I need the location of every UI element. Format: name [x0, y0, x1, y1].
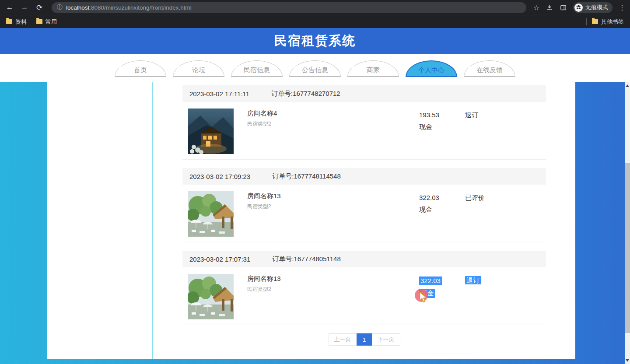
url-path: :8080/minsuzulinxitong/front/index.html — [89, 4, 191, 11]
order-date: 2023-03-02 17:11:11 — [189, 90, 249, 98]
site-header: 民宿租赁系统 — [0, 28, 630, 54]
room-type: 民宿类型2 — [247, 120, 277, 128]
bookmark-star-icon[interactable]: ☆ — [533, 4, 539, 12]
mouse-cursor — [415, 289, 430, 304]
folder-icon — [36, 19, 42, 24]
order-status-link[interactable]: 退订 — [465, 111, 478, 119]
order-card: 2023-03-02 17:09:23 订单号:1677748114548 — [182, 168, 546, 242]
order-body: 房间名称4 民宿类型2 193.53 现金 退订 — [182, 102, 546, 160]
order-header: 2023-03-02 17:11:11 订单号:1677748270712 — [182, 85, 546, 102]
other-bookmarks[interactable]: 其他书签 — [592, 18, 624, 26]
nav-tab-merchant[interactable]: 商家 — [347, 60, 399, 77]
room-photo-night-cabin[interactable] — [188, 108, 234, 154]
reload-icon[interactable]: ⟳ — [34, 2, 45, 13]
order-body: 房间名称13 民宿类型2 322.03 现金 退订 — [182, 267, 546, 325]
bookmarks-bar: 资料 常用 其他书签 — [0, 15, 630, 28]
order-status-link[interactable]: 已评价 — [465, 194, 485, 201]
browser-menu-icon[interactable]: ⋮ — [619, 4, 626, 12]
bookmark-label: 资料 — [15, 18, 27, 26]
back-icon[interactable]: ← — [4, 2, 15, 13]
url-bar[interactable]: ⓘ localhost:8080/minsuzulinxitong/front/… — [52, 2, 526, 13]
other-bookmarks-label: 其他书签 — [601, 18, 624, 26]
order-body: 房间名称13 民宿类型2 322.03 现金 已评价 — [182, 185, 546, 242]
bookmarks-divider — [586, 18, 587, 25]
room-type: 民宿类型2 — [247, 203, 281, 210]
room-photo-garden-pavilion[interactable] — [188, 191, 234, 237]
url-text: localhost:8080/minsuzulinxitong/front/in… — [66, 4, 192, 11]
page-info-icon[interactable]: ⓘ — [57, 4, 63, 11]
order-price: 322.03 — [419, 194, 439, 201]
order-price: 193.53 — [419, 111, 439, 119]
pagination-next[interactable]: 下一页 — [372, 333, 400, 346]
order-date: 2023-03-02 17:07:31 — [189, 256, 250, 263]
decorative-line — [152, 82, 153, 359]
order-status-link[interactable]: 退订 — [465, 276, 481, 284]
bookmark-label: 常用 — [46, 18, 57, 26]
order-card: 2023-03-02 17:11:11 订单号:1677748270712 — [182, 85, 546, 160]
incognito-badge: 无痕模式 — [573, 2, 612, 13]
scrollbar[interactable] — [625, 82, 630, 364]
site-title: 民宿租赁系统 — [274, 32, 356, 50]
nav-tab-home[interactable]: 首页 — [115, 60, 166, 77]
pagination: 上一页 1 下一页 — [182, 333, 546, 346]
room-name[interactable]: 房间名称4 — [247, 109, 277, 118]
order-number: 订单号:1677748270712 — [271, 90, 340, 98]
pay-method: 现金 — [419, 123, 432, 131]
pagination-prev[interactable]: 上一页 — [329, 333, 357, 346]
nav-tabs: 首页 论坛 民宿信息 公告信息 商家 个人中心 在线反馈 — [0, 54, 630, 82]
order-header: 2023-03-02 17:09:23 订单号:1677748114548 — [182, 168, 546, 185]
order-header: 2023-03-02 17:07:31 订单号:1677748051148 — [182, 251, 546, 267]
incognito-label: 无痕模式 — [585, 4, 608, 11]
nav-tab-announcements[interactable]: 公告信息 — [289, 60, 341, 77]
scrollbar-thumb[interactable] — [625, 163, 630, 333]
room-name[interactable]: 房间名称13 — [247, 192, 281, 200]
folder-icon — [6, 19, 12, 24]
bookmark-folder-changyong[interactable]: 常用 — [36, 18, 57, 26]
room-name[interactable]: 房间名称13 — [247, 275, 281, 283]
order-number: 订单号:1677748114548 — [272, 172, 341, 181]
forward-icon[interactable]: → — [19, 2, 30, 13]
bookmark-folder-ziliao[interactable]: 资料 — [6, 18, 27, 26]
scrollbar-up-arrow[interactable] — [626, 84, 629, 87]
cursor-arrow-icon — [419, 291, 428, 303]
order-card: 2023-03-02 17:07:31 订单号:1677748051148 — [182, 251, 546, 325]
content-panel: 2023-03-02 17:11:11 订单号:1677748270712 — [47, 82, 575, 359]
incognito-icon — [574, 4, 583, 12]
scrollbar-down-arrow[interactable] — [626, 359, 629, 362]
page-background: 2023-03-02 17:11:11 订单号:1677748270712 — [0, 82, 630, 364]
nav-tab-homestay-info[interactable]: 民宿信息 — [231, 60, 283, 77]
nav-tab-personal-center[interactable]: 个人中心 — [406, 60, 457, 77]
order-date: 2023-03-02 17:09:23 — [189, 173, 250, 180]
url-host: localhost — [66, 4, 89, 11]
room-type: 民宿类型2 — [247, 286, 281, 293]
download-icon[interactable] — [546, 4, 553, 11]
room-photo-garden-pavilion[interactable] — [188, 274, 234, 319]
browser-toolbar: ← → ⟳ ⓘ localhost:8080/minsuzulinxitong/… — [0, 0, 630, 15]
order-list: 2023-03-02 17:11:11 订单号:1677748270712 — [182, 85, 546, 346]
side-panel-icon[interactable] — [560, 4, 567, 11]
nav-tab-feedback[interactable]: 在线反馈 — [464, 60, 515, 77]
order-number: 订单号:1677748051148 — [272, 255, 341, 263]
pagination-current-page[interactable]: 1 — [357, 333, 372, 346]
folder-icon — [592, 19, 598, 24]
order-price: 322.03 — [419, 276, 442, 285]
nav-tab-forum[interactable]: 论坛 — [173, 60, 224, 77]
pay-method: 现金 — [419, 206, 432, 214]
